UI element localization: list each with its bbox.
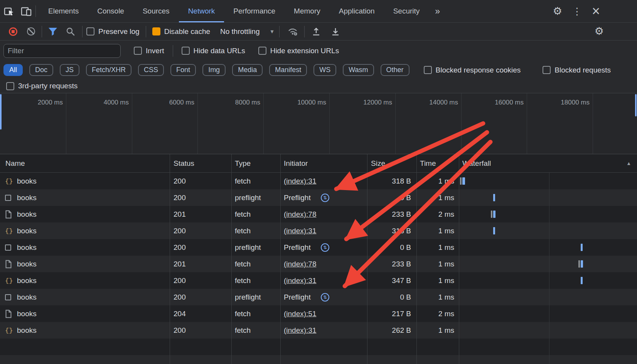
disable-cache-toggle[interactable]: ✓ Disable cache	[152, 27, 210, 36]
table-row[interactable]: books 201 fetch (index):78 233 B 2 ms	[0, 206, 637, 222]
request-type: preflight	[235, 289, 261, 305]
preserve-log-checkbox[interactable]	[86, 27, 94, 35]
blocked-response-cookies-checkbox[interactable]	[424, 66, 432, 74]
column-header-time[interactable]: Time	[420, 154, 436, 172]
table-row[interactable]: books 204 fetch (index):51 217 B 2 ms	[0, 305, 637, 322]
column-separator[interactable]	[231, 154, 232, 364]
filter-chip-manifest[interactable]: Manifest	[269, 64, 307, 76]
initiator-link[interactable]: (index):31	[284, 322, 317, 339]
table-row[interactable]: {} books 200 fetch (index):31 262 B 1 ms	[0, 322, 637, 339]
column-header-size[interactable]: Size	[371, 154, 385, 172]
export-har-button[interactable]	[328, 24, 343, 39]
settings-gear-icon[interactable]: ⚙	[553, 6, 562, 17]
sort-ascending-icon[interactable]: ▲	[626, 154, 631, 172]
initiator-link[interactable]: (index):31	[284, 222, 317, 239]
tab-performance[interactable]: Performance	[224, 0, 285, 22]
network-overview-timeline[interactable]: 2000 ms 4000 ms 6000 ms 8000 ms 10000 ms…	[0, 93, 637, 154]
preflight-icon[interactable]: ⇅	[321, 293, 329, 302]
waterfall-bar	[493, 194, 495, 201]
overview-left-handle[interactable]	[0, 94, 2, 130]
column-separator[interactable]	[367, 154, 367, 364]
toolbar-divider	[304, 26, 305, 37]
initiator-link[interactable]: (index):31	[284, 173, 317, 189]
filter-chip-font[interactable]: Font	[170, 64, 196, 76]
timeline-gridline	[197, 93, 198, 154]
hide-data-urls-toggle[interactable]: Hide data URLs	[182, 47, 245, 55]
initiator-link[interactable]: (index):78	[284, 256, 317, 272]
tab-elements[interactable]: Elements	[39, 0, 88, 22]
tab-memory[interactable]: Memory	[285, 0, 330, 22]
table-row[interactable]: {} books 200 fetch (index):31 347 B 1 ms	[0, 272, 637, 289]
tab-application[interactable]: Application	[330, 0, 384, 22]
request-status: 200	[174, 239, 186, 256]
kebab-menu-icon[interactable]: ⋮	[572, 7, 582, 16]
filter-chip-all[interactable]: All	[3, 64, 23, 76]
blocked-requests-toggle[interactable]: Blocked requests	[543, 66, 611, 74]
clear-network-log-button[interactable]	[23, 24, 39, 39]
table-row[interactable]: books 200 preflight Preflight ⇅ 0 B 1 ms	[0, 189, 637, 206]
third-party-toggle[interactable]: 3rd-party requests	[6, 82, 78, 90]
preflight-icon[interactable]: ⇅	[321, 194, 329, 202]
hide-data-urls-checkbox[interactable]	[182, 47, 190, 55]
filter-chip-media[interactable]: Media	[232, 64, 263, 76]
blocked-response-cookies-toggle[interactable]: Blocked response cookies	[424, 66, 521, 74]
throttling-select[interactable]: No throttling ▾	[220, 27, 273, 36]
request-time: 1 ms	[438, 173, 454, 189]
table-row[interactable]: books 200 preflight Preflight ⇅ 0 B 1 ms	[0, 239, 637, 256]
initiator-link[interactable]: (index):51	[284, 305, 317, 322]
filter-chip-js[interactable]: JS	[60, 64, 79, 76]
filter-chip-css[interactable]: CSS	[138, 64, 164, 76]
record-network-log-button[interactable]	[5, 24, 21, 39]
tab-sources[interactable]: Sources	[133, 0, 179, 22]
hide-extension-urls-checkbox[interactable]	[258, 47, 266, 55]
table-row[interactable]: books 200 preflight Preflight ⇅ 0 B 1 ms	[0, 289, 637, 305]
table-row[interactable]: books 201 fetch (index):78 233 B 1 ms	[0, 256, 637, 272]
inspect-element-button[interactable]	[0, 2, 18, 20]
column-header-name[interactable]: Name	[5, 154, 25, 172]
column-header-initiator[interactable]: Initiator	[284, 154, 308, 172]
table-row[interactable]: {} books 200 fetch (index):31 318 B 1 ms	[0, 222, 637, 239]
table-row[interactable]: {} books 200 fetch (index):31 318 B 1 ms	[0, 173, 637, 189]
overview-right-handle[interactable]	[635, 94, 637, 116]
column-header-status[interactable]: Status	[174, 154, 194, 172]
column-separator[interactable]	[280, 154, 281, 364]
initiator-link[interactable]: (index):78	[284, 206, 317, 222]
filter-chip-doc[interactable]: Doc	[29, 64, 53, 76]
hide-extension-urls-toggle[interactable]: Hide extension URLs	[258, 47, 339, 55]
filter-chip-fetch-xhr[interactable]: Fetch/XHR	[86, 64, 131, 76]
tab-console[interactable]: Console	[88, 0, 133, 22]
close-devtools-icon[interactable]: ×	[592, 4, 600, 18]
filter-input[interactable]	[3, 44, 121, 58]
initiator-link[interactable]: (index):31	[284, 272, 317, 289]
filter-chip-ws[interactable]: WS	[313, 64, 336, 76]
timeline-gridline	[66, 93, 66, 154]
filter-divider	[173, 45, 173, 57]
column-separator[interactable]	[416, 154, 417, 364]
disable-cache-checkbox[interactable]: ✓	[152, 27, 160, 35]
network-settings-gear-icon[interactable]: ⚙	[595, 26, 604, 37]
filter-chip-img[interactable]: Img	[202, 64, 226, 76]
invert-filter-toggle[interactable]: Invert	[134, 47, 164, 55]
column-header-waterfall[interactable]: Waterfall	[462, 154, 491, 172]
column-header-type[interactable]: Type	[235, 154, 251, 172]
blocked-requests-checkbox[interactable]	[543, 66, 551, 74]
tab-security[interactable]: Security	[384, 0, 429, 22]
third-party-checkbox[interactable]	[6, 82, 14, 90]
import-har-button[interactable]	[308, 24, 324, 39]
more-tabs-button[interactable]: »	[429, 0, 446, 22]
column-separator[interactable]	[459, 154, 459, 364]
filter-toggle-button[interactable]	[45, 24, 61, 39]
panel-tabs: Elements Console Sources Network Perform…	[39, 0, 446, 22]
devtools-tabbar: Elements Console Sources Network Perform…	[0, 0, 637, 23]
preserve-log-toggle[interactable]: Preserve log	[86, 27, 140, 36]
filter-chip-wasm[interactable]: Wasm	[343, 64, 374, 76]
tab-network[interactable]: Network	[179, 0, 224, 22]
network-conditions-button[interactable]	[285, 24, 300, 39]
invert-checkbox[interactable]	[134, 47, 142, 55]
device-toolbar-button[interactable]	[18, 2, 35, 20]
filter-chip-other[interactable]: Other	[381, 64, 410, 76]
preserve-log-label: Preserve log	[98, 27, 140, 36]
search-button[interactable]	[63, 24, 78, 39]
preflight-icon[interactable]: ⇅	[321, 243, 329, 252]
column-separator[interactable]	[170, 154, 170, 364]
